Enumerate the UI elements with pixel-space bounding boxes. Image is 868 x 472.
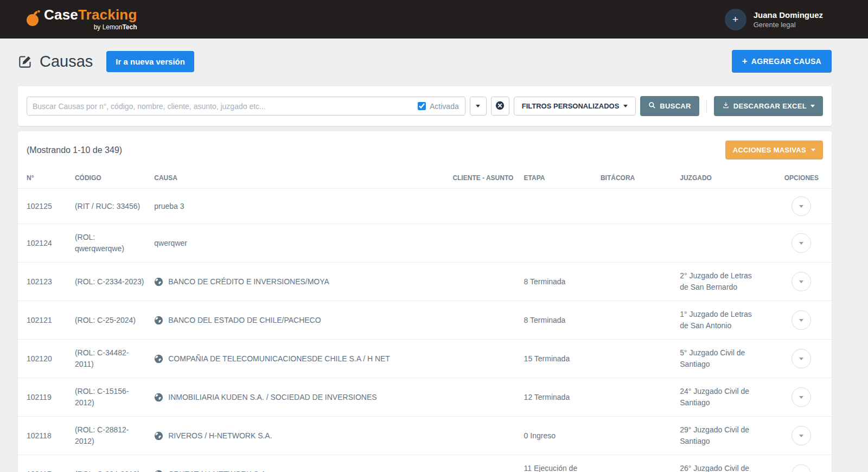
search-options-dropdown[interactable] xyxy=(470,97,487,116)
search-input[interactable] xyxy=(27,97,465,116)
cell-etapa: 12 Terminada xyxy=(520,378,596,417)
chevron-down-icon xyxy=(811,149,815,151)
cell-codigo: (ROL: C-34482-2011) xyxy=(71,340,150,378)
cell-etapa xyxy=(520,224,596,263)
activada-label: Activada xyxy=(430,102,459,111)
cell-numero: 102117 xyxy=(18,455,71,472)
search-button[interactable]: BUSCAR xyxy=(640,96,699,116)
row-options-button[interactable] xyxy=(792,196,811,216)
lemon-icon xyxy=(26,9,41,29)
cell-bitacora xyxy=(596,455,675,472)
globe-icon xyxy=(154,431,163,441)
cell-etapa: 15 Terminada xyxy=(520,340,596,378)
custom-filters-button[interactable]: FILTROS PERSONALIZADOS xyxy=(514,97,636,116)
cell-numero: 102118 xyxy=(18,417,71,455)
cell-cliente xyxy=(448,340,519,378)
column-numero: N° xyxy=(18,169,71,189)
row-options-button[interactable] xyxy=(792,387,811,407)
row-options-button[interactable] xyxy=(792,349,811,368)
causa-link[interactable]: BANCO DEL ESTADO DE CHILE/PACHECO xyxy=(168,315,321,326)
divider xyxy=(706,99,707,113)
globe-icon xyxy=(154,393,163,402)
top-navbar: CaseTracking by LemonTech + Juana Doming… xyxy=(0,0,868,39)
chevron-down-icon xyxy=(799,435,803,437)
new-version-button[interactable]: Ir a nueva versión xyxy=(106,51,194,72)
page-title: Causas xyxy=(40,53,93,71)
download-icon xyxy=(722,101,730,111)
cell-bitacora xyxy=(596,378,675,417)
chevron-down-icon xyxy=(476,105,480,107)
clear-search-button[interactable] xyxy=(491,97,509,116)
cell-etapa: 8 Terminada xyxy=(520,301,596,340)
cell-cliente xyxy=(448,224,519,263)
chevron-down-icon xyxy=(799,205,803,208)
row-options-button[interactable] xyxy=(792,464,811,472)
chevron-down-icon xyxy=(799,358,803,360)
row-options-button[interactable] xyxy=(792,310,811,330)
table-row: 102124 (ROL: qwerqwerqwe) qwerqwer xyxy=(18,224,832,263)
causa-link[interactable]: BANCO DE CRÉDITO E INVERSIONES/MOYA xyxy=(168,276,329,288)
column-juzgado: JUZGADO xyxy=(675,169,771,189)
table-row: 102125 (RIT / RUC: 33456) prueba 3 xyxy=(18,189,832,224)
globe-icon xyxy=(154,277,163,286)
cell-cliente xyxy=(448,455,519,472)
causa-link[interactable]: INMOBILIARIA KUDEN S.A. / SOCIEDAD DE IN… xyxy=(168,392,376,403)
cell-juzgado: 5° Juzgado Civil de Santiago xyxy=(675,340,771,378)
causa-link[interactable]: RIVEROS / H-NETWORK S.A. xyxy=(168,430,272,442)
activada-checkbox[interactable] xyxy=(418,102,426,110)
causa-link[interactable]: qwerqwer xyxy=(154,238,187,249)
cell-codigo: (ROL: C-28812-2012) xyxy=(71,417,150,455)
cell-codigo: (ROL: C-15156-2012) xyxy=(71,378,150,417)
column-etapa: ETAPA xyxy=(520,169,596,189)
cell-bitacora xyxy=(596,224,675,263)
chevron-down-icon xyxy=(623,105,628,107)
globe-icon xyxy=(154,470,163,472)
cell-codigo: (ROL: C-2334-2023) xyxy=(71,263,150,301)
column-causa: CAUSA xyxy=(150,169,448,189)
search-icon xyxy=(648,101,656,111)
download-excel-button[interactable]: DESCARGAR EXCEL xyxy=(714,96,823,116)
chevron-down-icon xyxy=(799,280,803,283)
cell-juzgado: 1° Juzgado de Letras de San Antonio xyxy=(675,301,771,340)
chevron-down-icon xyxy=(799,242,803,245)
causa-link[interactable]: CRUZAT / H-NETWORK S.A. xyxy=(168,469,268,472)
table-row: 102120 (ROL: C-34482-2011) COMPAÑIA DE T… xyxy=(18,340,832,378)
row-options-button[interactable] xyxy=(792,272,811,291)
search-panel: Activada FILTROS PERSONALIZADOS xyxy=(18,86,832,126)
cell-etapa: 8 Terminada xyxy=(520,263,596,301)
cell-codigo: (RIT / RUC: 33456) xyxy=(71,189,150,224)
column-opciones: OPCIONES xyxy=(771,169,832,189)
user-menu[interactable]: + Juana Dominguez Gerente legal xyxy=(725,9,823,30)
column-cliente-asunto: CLIENTE - ASUNTO xyxy=(448,169,519,189)
chevron-down-icon xyxy=(799,319,803,322)
app-logo[interactable]: CaseTracking by LemonTech xyxy=(26,8,137,31)
causes-table-panel: (Mostrando 1-10 de 349) ACCIONES MASIVAS… xyxy=(18,131,832,472)
table-row: 102123 (ROL: C-2334-2023) BANCO DE CRÉDI… xyxy=(18,263,832,301)
causa-link[interactable]: COMPAÑIA DE TELECOMUNICACIONESDE CHILE S… xyxy=(168,353,390,365)
cell-bitacora xyxy=(596,189,675,224)
add-cause-button[interactable]: + AGREGAR CAUSA xyxy=(732,50,832,73)
logo-subtext: by LemonTech xyxy=(94,23,137,31)
cell-codigo: (ROL: qwerqwerqwe) xyxy=(71,224,150,263)
cell-cliente xyxy=(448,301,519,340)
plus-icon: + xyxy=(732,14,738,25)
globe-icon xyxy=(154,354,163,363)
causa-link[interactable]: prueba 3 xyxy=(154,201,184,212)
cell-cliente xyxy=(448,378,519,417)
cell-numero: 102120 xyxy=(18,340,71,378)
cell-numero: 102124 xyxy=(18,224,71,263)
causes-table: N° CÓDIGO CAUSA CLIENTE - ASUNTO ETAPA B… xyxy=(18,169,832,472)
column-codigo: CÓDIGO xyxy=(71,169,150,189)
cell-numero: 102125 xyxy=(18,189,71,224)
row-options-button[interactable] xyxy=(792,233,811,253)
cell-codigo: (ROL: C-884-2013) xyxy=(71,455,150,472)
cell-etapa: 11 Ejecución de Sentencia xyxy=(520,455,596,472)
table-row: 102121 (ROL: C-25-2024) BANCO DEL ESTADO… xyxy=(18,301,832,340)
bulk-actions-button[interactable]: ACCIONES MASIVAS xyxy=(725,141,823,160)
row-options-button[interactable] xyxy=(792,426,811,445)
table-header-row: N° CÓDIGO CAUSA CLIENTE - ASUNTO ETAPA B… xyxy=(18,169,832,189)
cell-numero: 102123 xyxy=(18,263,71,301)
user-avatar[interactable]: + xyxy=(725,9,746,30)
table-row: 102119 (ROL: C-15156-2012) INMOBILIARIA … xyxy=(18,378,832,417)
user-name: Juana Dominguez xyxy=(754,10,823,21)
